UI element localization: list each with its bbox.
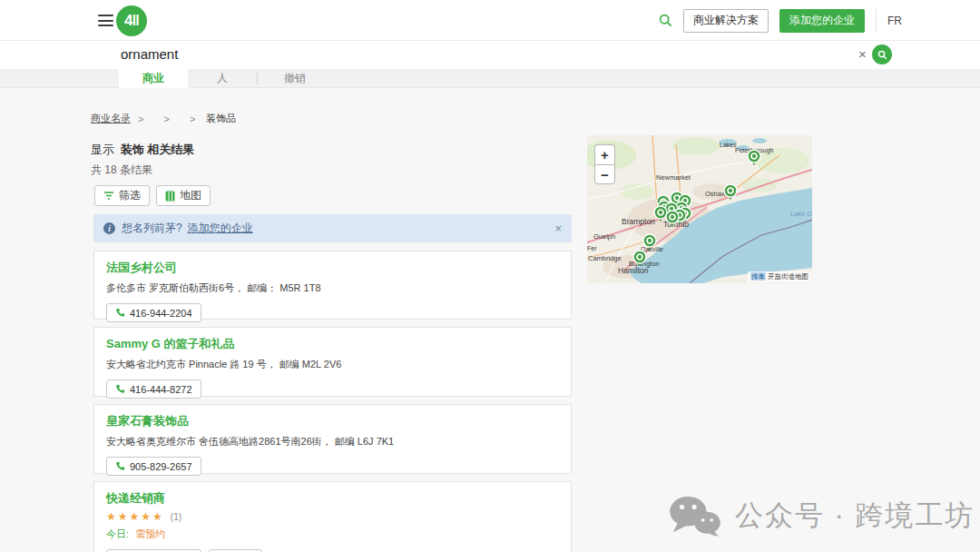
header-divider <box>876 9 877 33</box>
breadcrumb-separator: > <box>190 113 195 124</box>
tab-divider <box>257 73 258 84</box>
results-map[interactable]: LakesPeterboroughNewmarketOshawaBrampton… <box>587 135 812 283</box>
osm-link[interactable]: 开放街道地图 <box>768 272 808 281</box>
business-address: 多伦多市 罗克斯伯勒西街6号， 邮编： M5R 1T8 <box>106 281 559 295</box>
filter-button-label: 筛选 <box>119 188 141 203</box>
leaflet-link[interactable]: 传单 <box>750 272 766 281</box>
phone-number: 416-444-8272 <box>130 384 192 395</box>
business-name-link[interactable]: 皇家石膏装饰品 <box>106 413 559 429</box>
add-business-button[interactable]: 添加您的企业 <box>779 9 865 33</box>
promo-banner: i 想名列前茅? 添加您的企业 × <box>93 214 572 242</box>
listing-card: 法国乡村公司 多伦多市 罗克斯伯勒西街6号， 邮编： M5R 1T8 416-9… <box>93 251 572 320</box>
phone-button[interactable]: 905-829-2657 <box>106 457 201 476</box>
tab-reverse[interactable]: 撤销 <box>260 69 329 88</box>
zoom-out-button[interactable]: − <box>594 164 615 184</box>
phone-icon <box>115 461 125 471</box>
search-tabs: 商业 人 撤销 <box>0 69 980 88</box>
today-value: 需预约 <box>135 528 165 539</box>
results-heading: 显示 装饰 相关结果 <box>91 142 194 158</box>
today-label: 今日: <box>106 528 129 539</box>
map-city-label: Newmarket <box>656 173 691 182</box>
listing-card: 快递经销商 ★★★★★ (1) 今日: 需预约 416-848-6938 网站 <box>93 481 572 552</box>
map-icon <box>165 191 175 202</box>
map-toggle-button[interactable]: 地图 <box>156 185 211 206</box>
breadcrumb-separator: > <box>163 113 169 124</box>
clear-search-icon[interactable]: × <box>858 46 867 62</box>
phone-icon <box>115 384 125 394</box>
menu-icon[interactable] <box>98 15 113 26</box>
business-name-link[interactable]: 快递经销商 <box>106 490 559 507</box>
filter-icon <box>103 191 114 201</box>
tab-business[interactable]: 商业 <box>119 69 188 88</box>
banner-add-business-link[interactable]: 添加您的企业 <box>188 221 253 236</box>
map-city-label: Fer <box>587 245 597 251</box>
map-city-label: Cambridge <box>588 254 622 262</box>
info-icon: i <box>103 222 115 234</box>
results-heading-prefix: 显示 <box>91 143 114 156</box>
zoom-in-button[interactable]: + <box>594 144 615 164</box>
banner-text: 想名列前茅? <box>122 221 182 236</box>
business-name-link[interactable]: Sammy G 的篮子和礼品 <box>106 336 559 352</box>
map-button-label: 地图 <box>180 188 201 203</box>
business-address: 安大略省奥克维尔市 舍伍德高地路2861号南26街， 邮编 L6J 7K1 <box>106 435 559 448</box>
filter-button[interactable]: 筛选 <box>94 185 150 206</box>
listing-card: 皇家石膏装饰品 安大略省奥克维尔市 舍伍德高地路2861号南26街， 邮编 L6… <box>93 404 572 474</box>
tab-people[interactable]: 人 <box>188 69 257 88</box>
business-solutions-button[interactable]: 商业解决方案 <box>683 9 769 33</box>
search-submit-button[interactable] <box>872 44 892 64</box>
phone-button[interactable]: 416-944-2204 <box>106 303 201 322</box>
review-count: (1) <box>171 512 181 522</box>
business-address: 安大略省北约克市 Pinnacle 路 19 号， 邮编 M2L 2V6 <box>106 358 559 371</box>
map-city-label: Lake On <box>790 210 812 218</box>
logo-411[interactable]: 4‖ <box>116 5 147 36</box>
wechat-icon <box>667 494 723 537</box>
map-city-label: Hamilton <box>618 266 649 275</box>
map-city-label: Guelph <box>593 232 615 241</box>
phone-icon <box>115 308 125 318</box>
search-input[interactable]: ornament <box>121 46 178 62</box>
map-attribution: 传单 开放街道地图 <box>748 271 811 282</box>
map-zoom-control: + − <box>594 144 615 184</box>
map-svg: LakesPeterboroughNewmarketOshawaBrampton… <box>587 135 812 283</box>
breadcrumb-current: 装饰品 <box>206 112 236 125</box>
watermark-text: 公众号 · 跨境工坊 <box>735 497 975 535</box>
phone-number: 905-829-2657 <box>130 461 192 472</box>
phone-number: 416-944-2204 <box>130 308 192 319</box>
top-bar: 4‖ 商业解决方案 添加您的企业 FR <box>0 0 980 41</box>
star-rating: ★★★★★ <box>106 510 164 523</box>
watermark: 公众号 · 跨境工坊 <box>667 494 975 537</box>
search-bar[interactable]: ornament × <box>0 42 980 69</box>
results-heading-term: 装饰 相关结果 <box>121 143 195 156</box>
map-city-label: Brampton <box>622 217 655 226</box>
phone-button[interactable]: 416-444-8272 <box>106 380 201 399</box>
page: 4‖ 商业解决方案 添加您的企业 FR ornament × 商业 人 撤销 商… <box>0 0 980 552</box>
results-count: 共 18 条结果 <box>91 163 152 178</box>
business-name-link[interactable]: 法国乡村公司 <box>106 260 559 276</box>
banner-close-icon[interactable]: × <box>554 222 562 235</box>
search-icon[interactable] <box>659 14 672 27</box>
hours-status: 今日: 需预约 <box>106 527 559 541</box>
breadcrumb: 商业名录 > > > 装饰品 <box>91 112 236 125</box>
listing-card: Sammy G 的篮子和礼品 安大略省北约克市 Pinnacle 路 19 号，… <box>93 327 572 397</box>
breadcrumb-root-link[interactable]: 商业名录 <box>91 112 131 125</box>
breadcrumb-separator: > <box>138 113 143 124</box>
language-toggle-fr[interactable]: FR <box>887 15 902 27</box>
